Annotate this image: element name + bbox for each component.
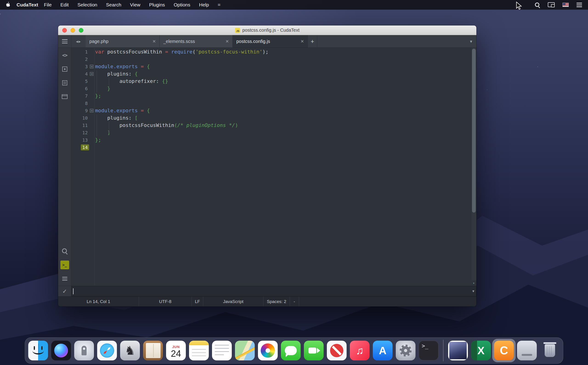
- tab-close-icon[interactable]: ×: [301, 39, 304, 44]
- code-line[interactable]: 7};: [71, 92, 471, 100]
- dock-contacts-book[interactable]: [143, 341, 163, 360]
- window-title: postcss.config.js - CudaText: [242, 28, 299, 33]
- new-tab-button[interactable]: +: [308, 35, 317, 48]
- dock-restricted-app[interactable]: [327, 341, 347, 360]
- desktop: CudaText FileEditSelectionSearchViewPlug…: [0, 0, 588, 365]
- dock-maps[interactable]: [235, 341, 255, 360]
- status-encoding[interactable]: UTF-8: [139, 297, 192, 307]
- dock-photos[interactable]: [258, 341, 278, 360]
- status-caret-position[interactable]: Ln 14, Col 1: [58, 297, 139, 307]
- code-line[interactable]: 1var postcssFocusWithin = require('postc…: [71, 48, 471, 56]
- maps-icon: [235, 341, 255, 360]
- dock-facetime[interactable]: [304, 341, 324, 360]
- dock-messages[interactable]: [281, 341, 301, 360]
- command-history-dropdown-icon[interactable]: ▾: [472, 286, 474, 296]
- dock-calendar[interactable]: JUN24: [166, 341, 186, 360]
- menu-item-search[interactable]: Search: [102, 2, 126, 7]
- minimize-window-button[interactable]: [71, 28, 75, 33]
- list-icon[interactable]: [576, 3, 582, 7]
- tab-postcss-config-js[interactable]: postcss.config.js×: [233, 35, 308, 48]
- code-line[interactable]: 9−module.exports = {: [71, 107, 471, 114]
- dock-excel[interactable]: X: [471, 341, 491, 360]
- code-editor[interactable]: 1var postcssFocusWithin = require('postc…: [71, 48, 476, 286]
- menu-item-help[interactable]: Help: [195, 2, 213, 7]
- main-menu-hamburger-icon[interactable]: [58, 35, 71, 48]
- menu-bar-status-icons: [534, 2, 582, 7]
- dock-screenshot[interactable]: [448, 341, 468, 360]
- sidebar-log-button[interactable]: [60, 78, 69, 87]
- code-line[interactable]: 10 plugins: [: [71, 114, 471, 122]
- code-line[interactable]: 8: [71, 100, 471, 107]
- dock-trash[interactable]: [540, 341, 560, 360]
- confirm-check-icon[interactable]: ✓: [58, 286, 71, 296]
- code-line[interactable]: 5 autoprefixer: {}: [71, 77, 471, 85]
- sidebar-package-button[interactable]: [60, 65, 69, 73]
- dock-textedit[interactable]: [212, 341, 232, 360]
- zoom-window-button[interactable]: [79, 28, 83, 33]
- menu-item-selection[interactable]: Selection: [73, 2, 101, 7]
- dock-app-store[interactable]: A: [373, 341, 393, 360]
- status-tab-size[interactable]: Spaces: 2: [263, 297, 290, 307]
- menu-item-options[interactable]: Options: [169, 2, 195, 7]
- us-flag-icon[interactable]: [562, 3, 569, 7]
- sidebar-search-button[interactable]: [60, 247, 69, 255]
- sidebar-list-button[interactable]: [60, 274, 69, 283]
- menu-item-extra[interactable]: =: [213, 2, 225, 7]
- line-number: 9−: [71, 107, 95, 114]
- calendar-day-label: 24: [171, 349, 181, 358]
- code-line[interactable]: 11 postcssFocusWithin(/* pluginOptions *…: [71, 122, 471, 129]
- scroll-down-arrow-icon[interactable]: ▾: [471, 280, 476, 286]
- dock-launchpad[interactable]: [74, 341, 94, 360]
- scrollbar-thumb[interactable]: [472, 49, 476, 213]
- menu-item-view[interactable]: View: [126, 2, 145, 7]
- dock-system-preferences[interactable]: [396, 341, 416, 360]
- apple-menu-icon[interactable]: [6, 2, 10, 8]
- dock-finder[interactable]: [28, 341, 48, 360]
- siri-icon: [51, 341, 71, 360]
- title-bar[interactable]: JS postcss.config.js - CudaText: [58, 26, 476, 35]
- menu-app-name[interactable]: CudaText: [16, 2, 38, 7]
- dock-chess[interactable]: ♞: [120, 341, 140, 360]
- tab-close-icon[interactable]: ×: [153, 39, 156, 44]
- code-line[interactable]: 12 ]: [71, 129, 471, 136]
- dock-terminal[interactable]: >_: [419, 341, 439, 360]
- vertical-scrollbar[interactable]: [471, 48, 476, 280]
- tab-page-php[interactable]: page.php×: [86, 35, 160, 48]
- code-line[interactable]: 14: [71, 144, 471, 151]
- tab--elements-scss[interactable]: _elements.scss×: [160, 35, 233, 48]
- search-icon[interactable]: [534, 2, 540, 7]
- fold-marker-icon[interactable]: −: [90, 109, 93, 112]
- sidebar-terminal-button[interactable]: >_: [60, 260, 69, 269]
- status-wrap[interactable]: -: [290, 297, 299, 307]
- messages-icon: [281, 341, 301, 360]
- tab-nav-arrows-icon[interactable]: ◂▸: [71, 35, 86, 48]
- search-icon: [62, 248, 68, 254]
- fold-marker-icon[interactable]: −: [90, 72, 93, 76]
- dock-cudatext[interactable]: C: [494, 341, 514, 360]
- code-line[interactable]: 4− plugins: {: [71, 70, 471, 77]
- status-line-ends[interactable]: LF: [192, 297, 203, 307]
- command-input[interactable]: ▾: [71, 286, 476, 296]
- tab-close-icon[interactable]: ×: [226, 39, 229, 44]
- close-window-button[interactable]: [62, 28, 67, 33]
- status-lexer[interactable]: JavaScript: [203, 297, 263, 307]
- indent-guide: [109, 77, 109, 89]
- code-line[interactable]: 13};: [71, 136, 471, 144]
- tab-list-dropdown-icon[interactable]: ▾: [466, 35, 476, 48]
- dock-notes[interactable]: [189, 341, 209, 360]
- code-line[interactable]: 6 }: [71, 85, 471, 92]
- dock-music[interactable]: ♫: [350, 341, 369, 360]
- code-line[interactable]: 2: [71, 56, 471, 63]
- line-number: 1: [71, 48, 95, 56]
- menu-item-edit[interactable]: Edit: [56, 2, 73, 7]
- sidebar-code-button[interactable]: <>: [60, 51, 69, 60]
- dock-siri[interactable]: [51, 341, 71, 360]
- menu-item-plugins[interactable]: Plugins: [145, 2, 169, 7]
- displays-icon[interactable]: [548, 2, 555, 7]
- fold-marker-icon[interactable]: −: [90, 65, 93, 68]
- sidebar-panel-button[interactable]: [60, 92, 69, 101]
- dock-safari[interactable]: [97, 341, 117, 360]
- dock-external-drive[interactable]: [517, 341, 537, 360]
- menu-item-file[interactable]: File: [40, 2, 56, 7]
- code-line[interactable]: 3−module.exports = {: [71, 63, 471, 70]
